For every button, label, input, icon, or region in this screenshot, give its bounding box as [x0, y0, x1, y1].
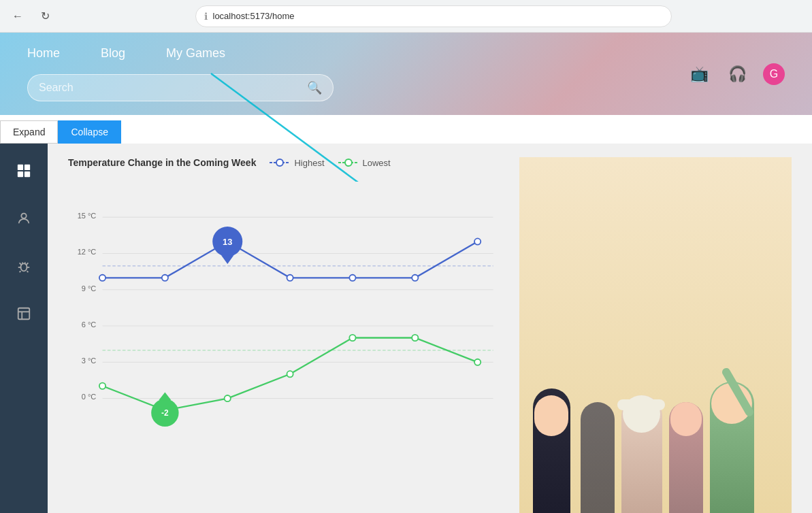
legend-highest: Highest — [270, 158, 324, 168]
content-area: Temperature Change in the Coming Week Hi… — [48, 144, 812, 513]
search-input[interactable] — [39, 82, 302, 94]
chart-container: 15 °C 12 °C 9 °C 6 °C 3 °C 0 °C — [68, 182, 506, 440]
sidebar-item-user[interactable] — [10, 205, 37, 232]
svg-rect-2 — [18, 165, 23, 170]
svg-text:-2: -2 — [161, 408, 169, 418]
headphone-icon[interactable]: 🎧 — [725, 62, 749, 86]
sidebar-item-book[interactable] — [10, 300, 37, 327]
svg-marker-38 — [221, 255, 233, 264]
search-bar[interactable]: 🔍 — [27, 74, 334, 101]
svg-text:3 °C: 3 °C — [82, 357, 97, 365]
legend-lowest-label: Lowest — [363, 158, 391, 168]
svg-point-30 — [162, 275, 168, 281]
sidebar-item-dashboard[interactable] — [10, 157, 37, 184]
svg-point-35 — [474, 238, 481, 244]
chart-title: Temperature Change in the Coming Week — [68, 157, 256, 168]
svg-point-12 — [276, 159, 283, 166]
nav-my-games[interactable]: My Games — [166, 46, 225, 61]
svg-point-32 — [287, 275, 293, 281]
app-header: Home Blog My Games 🔍 📺 🎧 G — [0, 33, 812, 115]
browser-chrome: ← ↻ ℹ localhost:5173/home — [0, 0, 812, 33]
svg-text:15 °C: 15 °C — [78, 212, 97, 220]
image-placeholder: CSDN @鬼騎士 — [519, 157, 792, 513]
svg-point-41 — [225, 395, 231, 401]
refresh-button[interactable]: ↻ — [35, 7, 54, 26]
svg-text:9 °C: 9 °C — [82, 284, 97, 293]
expand-button[interactable]: Expand — [0, 120, 58, 144]
chart-tooltip: 13 — [212, 227, 242, 264]
chart-tooltip-lowest: -2 — [151, 392, 178, 427]
svg-point-34 — [412, 275, 418, 281]
svg-point-6 — [21, 214, 26, 218]
chart-svg: 15 °C 12 °C 9 °C 6 °C 3 °C 0 °C — [68, 182, 506, 440]
svg-point-43 — [349, 335, 355, 341]
svg-text:0 °C: 0 °C — [82, 393, 97, 401]
svg-point-39 — [99, 383, 105, 389]
collapse-button[interactable]: Collapse — [58, 120, 120, 144]
nav-home[interactable]: Home — [27, 46, 60, 61]
info-icon: ℹ — [204, 11, 208, 22]
sidebar — [0, 144, 48, 513]
url-text: localhost:5173/home — [213, 11, 295, 21]
svg-point-14 — [345, 159, 352, 166]
nav-links: Home Blog My Games — [27, 46, 785, 61]
header-right-icons: 📺 🎧 G — [687, 62, 785, 86]
svg-rect-5 — [25, 171, 30, 177]
svg-rect-3 — [25, 165, 30, 170]
svg-text:6 °C: 6 °C — [82, 320, 97, 329]
image-section: CSDN @鬼騎士 — [519, 157, 792, 513]
svg-point-42 — [287, 371, 293, 377]
svg-point-7 — [20, 263, 27, 271]
svg-point-44 — [412, 335, 418, 341]
address-bar[interactable]: ℹ localhost:5173/home — [195, 5, 672, 27]
chart-title-row: Temperature Change in the Coming Week Hi… — [68, 157, 506, 168]
tv-icon[interactable]: 📺 — [687, 62, 711, 86]
profile-icon[interactable]: G — [763, 63, 785, 85]
main-layout: Temperature Change in the Coming Week Hi… — [0, 144, 812, 513]
svg-rect-8 — [18, 308, 30, 320]
svg-point-33 — [349, 275, 355, 281]
nav-blog[interactable]: Blog — [101, 46, 125, 61]
back-button[interactable]: ← — [8, 7, 27, 26]
svg-point-45 — [474, 359, 481, 365]
svg-text:13: 13 — [223, 237, 232, 247]
legend-lowest: Lowest — [338, 158, 391, 168]
svg-point-29 — [99, 275, 105, 281]
chart-section: Temperature Change in the Coming Week Hi… — [68, 157, 506, 513]
legend-highest-label: Highest — [294, 158, 324, 168]
buttons-row: Expand Collapse — [0, 115, 812, 144]
svg-text:12 °C: 12 °C — [78, 248, 97, 256]
search-icon[interactable]: 🔍 — [307, 80, 322, 95]
svg-marker-48 — [159, 392, 171, 400]
sidebar-item-bug[interactable] — [10, 252, 37, 280]
svg-rect-4 — [18, 171, 23, 177]
